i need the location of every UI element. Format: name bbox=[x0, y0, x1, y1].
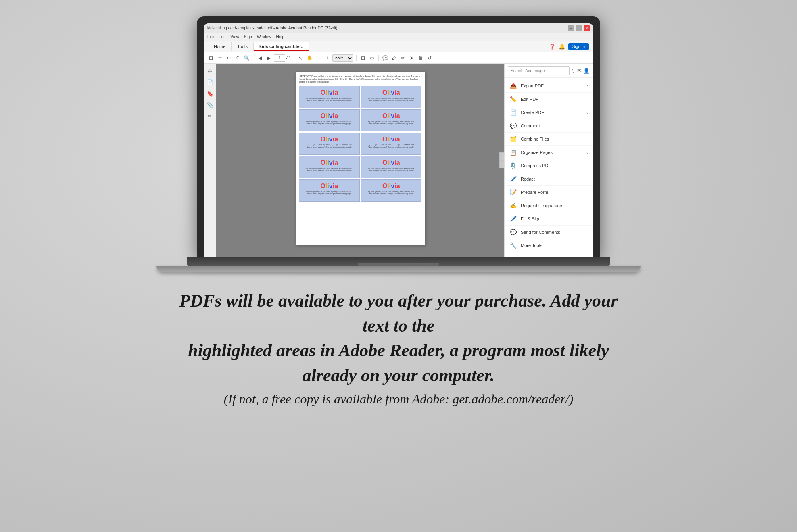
delete-icon[interactable]: 🗑 bbox=[417, 54, 424, 62]
laptop-screen: kids calling card-template-reader.pdf - … bbox=[197, 16, 600, 257]
prepare-form-icon: 📝 bbox=[509, 188, 517, 197]
tool-organize-pages[interactable]: 📋 Organize Pages ∨ bbox=[505, 146, 593, 159]
tool-request-esignatures[interactable]: ✍️ Request E-signatures bbox=[505, 199, 593, 212]
share-icon[interactable]: ⇧ bbox=[571, 68, 576, 74]
tab-tools[interactable]: Tools bbox=[232, 42, 254, 51]
calling-cards-grid: Olivia my mom (phone): 123-456-7890 | my… bbox=[299, 86, 421, 202]
zoom-out-icon[interactable]: − bbox=[315, 54, 322, 62]
nav-next-icon[interactable]: ▶ bbox=[265, 54, 272, 62]
page-total: / 1 bbox=[286, 56, 291, 60]
card-name: Olivia bbox=[363, 112, 420, 120]
panel-header-icons: ⇧ ✉ 👤 bbox=[571, 68, 590, 74]
tab-document[interactable]: kids calling card-te... bbox=[254, 42, 309, 51]
print-icon[interactable]: 🖨 bbox=[234, 54, 241, 62]
sidebar-pages-icon[interactable]: 📄 bbox=[206, 78, 214, 86]
create-expand-icon[interactable]: ∨ bbox=[586, 110, 589, 115]
calling-card: Olivia my mom (phone): 123-456-7890 | my… bbox=[299, 86, 360, 108]
zoom-in-icon[interactable]: + bbox=[323, 54, 331, 62]
menu-view[interactable]: View bbox=[230, 35, 239, 39]
card-info-2: Want to have a play date? Give your peop… bbox=[363, 123, 420, 125]
minimize-button[interactable]: ─ bbox=[568, 25, 574, 31]
card-info-2: Want to have a play date? Give your peop… bbox=[301, 99, 358, 101]
highlight-icon[interactable]: ✏ bbox=[399, 54, 407, 62]
laptop-stand bbox=[156, 266, 641, 272]
tool-prepare-form[interactable]: 📝 Prepare Form bbox=[505, 186, 593, 199]
compress-pdf-label: Compress PDF bbox=[521, 163, 589, 168]
menu-help[interactable]: Help bbox=[276, 35, 284, 39]
tool-send-comments[interactable]: 💬 Send for Comments bbox=[505, 226, 593, 239]
search-icon[interactable]: 🔍 bbox=[243, 54, 250, 62]
tool-create-pdf[interactable]: 📄 Create PDF ∨ bbox=[505, 106, 593, 119]
fill-sign-label: Fill & Sign bbox=[521, 216, 589, 221]
menu-edit[interactable]: Edit bbox=[219, 35, 225, 39]
back-icon[interactable]: ↩ bbox=[225, 54, 232, 62]
redact-icon: 🖊️ bbox=[509, 175, 517, 183]
top-bar-right: ❓ 🔔 Sign In bbox=[549, 43, 589, 50]
tool-combine-files[interactable]: 🗂️ Combine Files bbox=[505, 133, 593, 146]
request-esig-label: Request E-signatures bbox=[521, 203, 589, 208]
tool-fill-sign[interactable]: 🖊️ Fill & Sign bbox=[505, 212, 593, 226]
menu-sign[interactable]: Sign bbox=[244, 35, 252, 39]
card-info-2: Want to have a play date? Give your peop… bbox=[363, 169, 420, 171]
comment-icon[interactable]: 💬 bbox=[382, 54, 389, 62]
fit-width-icon[interactable]: ⊡ bbox=[359, 54, 367, 62]
main-content-area: ⊕ 📄 🔖 📎 ✏ › IMPORTANT: Download this to … bbox=[204, 64, 593, 257]
tool-edit-pdf[interactable]: ✏️ Edit PDF bbox=[505, 93, 593, 106]
calling-card: Olivia my mom (phone): 123-456-7890 | my… bbox=[361, 133, 422, 155]
close-button[interactable]: ✕ bbox=[584, 25, 590, 31]
bell-icon[interactable]: 🔔 bbox=[559, 44, 565, 50]
calling-card: Olivia my mom (phone): 123-456-7890 | my… bbox=[299, 109, 360, 131]
cursor-icon[interactable]: ↖ bbox=[297, 54, 304, 62]
hand-icon[interactable]: ✋ bbox=[306, 54, 313, 62]
window-title: kids calling card-template-reader.pdf - … bbox=[207, 26, 337, 30]
tool-redact[interactable]: 🖊️ Redact bbox=[505, 172, 593, 186]
sidebar-attach-icon[interactable]: 📎 bbox=[206, 101, 214, 109]
forward-icon[interactable]: ➤ bbox=[408, 54, 415, 62]
combine-files-icon: 🗂️ bbox=[509, 135, 517, 143]
tools-search-input[interactable] bbox=[508, 66, 570, 75]
pdf-view-area: › IMPORTANT: Download this to your deskt… bbox=[216, 64, 504, 257]
tool-more-tools[interactable]: 🔧 More Tools bbox=[505, 239, 593, 252]
help-icon[interactable]: ❓ bbox=[549, 44, 555, 50]
card-name: Olivia bbox=[301, 89, 358, 96]
sidebar-signature-icon[interactable]: ✏ bbox=[206, 112, 214, 120]
sidebar-tools-icon[interactable]: ⊕ bbox=[206, 67, 214, 75]
prepare-form-label: Prepare Form bbox=[521, 190, 589, 195]
tool-compress-pdf[interactable]: 🗜️ Compress PDF bbox=[505, 159, 593, 172]
page-number-input[interactable] bbox=[274, 54, 285, 62]
edit-pdf-icon: ✏️ bbox=[509, 95, 517, 104]
restore-button[interactable]: □ bbox=[576, 25, 582, 31]
card-info-2: Want to have a play date? Give your peop… bbox=[363, 146, 420, 148]
send-comments-label: Send for Comments bbox=[521, 230, 589, 235]
mail-icon[interactable]: ✉ bbox=[577, 68, 582, 74]
laptop-wrapper: kids calling card-template-reader.pdf - … bbox=[187, 16, 610, 272]
rotate-icon[interactable]: ↺ bbox=[426, 54, 433, 62]
bookmark-icon[interactable]: ☆ bbox=[216, 54, 223, 62]
request-esig-icon: ✍️ bbox=[509, 201, 517, 210]
nav-tabs: Home Tools kids calling card-te... bbox=[208, 42, 309, 51]
account-icon[interactable]: 👤 bbox=[583, 68, 590, 74]
panel-collapse-button[interactable]: › bbox=[499, 152, 504, 168]
sidebar-bookmark-icon[interactable]: 🔖 bbox=[206, 89, 214, 98]
sign-in-button[interactable]: Sign In bbox=[568, 43, 589, 50]
nav-prev-icon[interactable]: ◀ bbox=[256, 54, 263, 62]
card-info-2: Want to have a play date? Give your peop… bbox=[301, 169, 358, 171]
separator-3 bbox=[356, 55, 357, 61]
thumbnail-icon[interactable]: ⊞ bbox=[207, 54, 215, 62]
select-icon[interactable]: ▭ bbox=[368, 54, 376, 62]
comment-tool-icon: 💬 bbox=[509, 121, 517, 130]
calling-card: Olivia my mom (phone): 123-456-7890 | my… bbox=[299, 156, 360, 178]
organize-pages-icon: 📋 bbox=[509, 148, 517, 157]
export-pdf-icon: 📤 bbox=[509, 81, 517, 90]
tool-comment[interactable]: 💬 Comment bbox=[505, 119, 593, 133]
card-info-2: Want to have a play date? Give your peop… bbox=[301, 146, 358, 148]
pen-icon[interactable]: 🖊 bbox=[390, 54, 398, 62]
menu-file[interactable]: File bbox=[207, 35, 214, 39]
tab-home[interactable]: Home bbox=[208, 42, 232, 51]
tool-export-pdf[interactable]: 📤 Export PDF ∧ bbox=[505, 79, 593, 93]
organize-expand-icon[interactable]: ∨ bbox=[586, 150, 589, 155]
menu-window[interactable]: Window bbox=[257, 35, 271, 39]
zoom-select[interactable]: 55% 75% 100% bbox=[332, 54, 353, 62]
calling-card: Olivia my mom (phone): 123-456-7890 | my… bbox=[299, 133, 360, 155]
export-expand-icon[interactable]: ∧ bbox=[586, 84, 589, 88]
